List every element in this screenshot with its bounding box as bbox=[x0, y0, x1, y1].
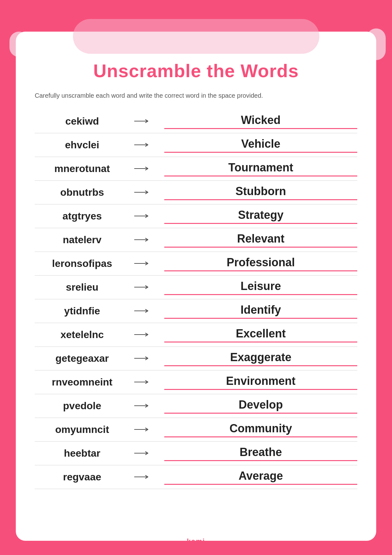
arrow-cell bbox=[130, 425, 155, 435]
arrow-cell bbox=[130, 377, 155, 387]
table-row: omyumncit Community bbox=[35, 418, 357, 442]
answer-cell: Develop bbox=[164, 398, 357, 414]
arrow-cell bbox=[130, 401, 155, 411]
date-line[interactable] bbox=[310, 11, 373, 12]
answer-cell: Leisure bbox=[164, 280, 357, 295]
answer-word: Environment bbox=[226, 374, 295, 387]
answer-cell: Strategy bbox=[164, 208, 357, 224]
scrambled-word: regvaae bbox=[35, 471, 130, 483]
arrow-icon bbox=[134, 189, 150, 195]
scrambled-word: xetelelnc bbox=[35, 329, 130, 341]
answer-word: Strategy bbox=[238, 208, 283, 221]
arrow-icon bbox=[134, 331, 150, 338]
answer-word: Professional bbox=[226, 256, 295, 269]
answer-cell: Relevant bbox=[164, 232, 357, 248]
answer-cell: Tournament bbox=[164, 161, 357, 176]
arrow-icon bbox=[134, 426, 150, 433]
arrow-icon bbox=[134, 403, 150, 409]
table-row: ehvclei Vehicle bbox=[35, 133, 357, 157]
name-label: Name: bbox=[19, 8, 36, 15]
answer-cell: Vehicle bbox=[164, 137, 357, 153]
answer-cell: Average bbox=[164, 469, 357, 485]
arrow-cell bbox=[130, 116, 155, 126]
arrow-icon bbox=[134, 355, 150, 361]
answer-word: Exaggerate bbox=[230, 351, 291, 364]
answer-word: Tournament bbox=[228, 161, 293, 174]
brand-name: kami bbox=[187, 537, 205, 545]
scrambled-word: omyumncit bbox=[35, 424, 130, 435]
arrow-cell bbox=[130, 282, 155, 293]
arrow-cell bbox=[130, 188, 155, 198]
footer-brand: kami bbox=[187, 537, 205, 546]
answer-word: Breathe bbox=[239, 446, 282, 459]
scrambled-word: pvedole bbox=[35, 400, 130, 412]
arrow-icon bbox=[134, 118, 150, 124]
table-row: rnveomneint Environment bbox=[35, 371, 357, 394]
arrow-cell bbox=[130, 211, 155, 221]
words-table: cekiwd Wicked ehvclei Vehicle bbox=[35, 110, 357, 489]
scrambled-word: atgtryes bbox=[35, 210, 130, 222]
top-bar: Name: Date: bbox=[19, 8, 373, 15]
name-line[interactable] bbox=[38, 11, 146, 12]
arrow-icon bbox=[134, 213, 150, 219]
answer-word: Relevant bbox=[237, 232, 284, 245]
arrow-cell bbox=[130, 140, 155, 150]
answer-word: Identify bbox=[240, 303, 281, 316]
table-row: getegeaxar Exaggerate bbox=[35, 347, 357, 371]
arrow-icon bbox=[134, 260, 150, 267]
arrow-cell bbox=[130, 259, 155, 269]
table-row: leronsofipas Professional bbox=[35, 252, 357, 276]
scrambled-word: heebtar bbox=[35, 447, 130, 459]
table-row: ytidnfie Identify bbox=[35, 299, 357, 323]
arrow-cell bbox=[130, 306, 155, 316]
arrow-cell bbox=[130, 330, 155, 340]
date-label: Date: bbox=[294, 8, 308, 15]
instruction-text: Carefully unscramble each word and write… bbox=[35, 91, 357, 100]
page-title: Unscramble the Words bbox=[35, 60, 357, 81]
page-container: Name: Date: Unscramble the Words Careful… bbox=[0, 0, 392, 555]
scrambled-word: leronsofipas bbox=[35, 258, 130, 269]
header-bg-shape bbox=[73, 19, 319, 54]
answer-word: Average bbox=[238, 469, 283, 482]
table-row: obnutrbs Stubborn bbox=[35, 181, 357, 205]
arrow-icon bbox=[134, 142, 150, 148]
name-field: Name: bbox=[19, 8, 146, 15]
scrambled-word: srelieu bbox=[35, 281, 130, 293]
scrambled-word: ytidnfie bbox=[35, 305, 130, 317]
arrow-icon bbox=[134, 284, 150, 290]
arrow-icon bbox=[134, 474, 150, 480]
table-row: pvedole Develop bbox=[35, 394, 357, 418]
date-field: Date: bbox=[294, 8, 373, 15]
answer-cell: Community bbox=[164, 422, 357, 437]
answer-cell: Wicked bbox=[164, 114, 357, 129]
title-area: Unscramble the Words bbox=[35, 54, 357, 81]
answer-word: Wicked bbox=[241, 114, 281, 126]
answer-word: Excellent bbox=[236, 327, 286, 340]
arrow-cell bbox=[130, 235, 155, 245]
arrow-icon bbox=[134, 165, 150, 172]
table-row: atgtryes Strategy bbox=[35, 205, 357, 228]
table-row: regvaae Average bbox=[35, 466, 357, 489]
scrambled-word: getegeaxar bbox=[35, 353, 130, 364]
arrow-cell bbox=[130, 164, 155, 174]
table-row: cekiwd Wicked bbox=[35, 110, 357, 133]
arrow-icon bbox=[134, 379, 150, 385]
answer-cell: Exaggerate bbox=[164, 351, 357, 366]
answer-cell: Identify bbox=[164, 303, 357, 319]
scrambled-word: mnerotunat bbox=[35, 163, 130, 175]
main-card: Unscramble the Words Carefully unscrambl… bbox=[16, 32, 376, 541]
answer-word: Vehicle bbox=[241, 137, 280, 150]
answer-word: Leisure bbox=[240, 280, 281, 293]
answer-word: Develop bbox=[238, 398, 283, 411]
table-row: heebtar Breathe bbox=[35, 442, 357, 466]
answer-cell: Professional bbox=[164, 256, 357, 271]
arrow-icon bbox=[134, 237, 150, 243]
scrambled-word: obnutrbs bbox=[35, 187, 130, 198]
scrambled-word: ehvclei bbox=[35, 139, 130, 151]
answer-cell: Stubborn bbox=[164, 185, 357, 200]
arrow-cell bbox=[130, 354, 155, 364]
table-row: xetelelnc Excellent bbox=[35, 323, 357, 347]
arrow-cell bbox=[130, 472, 155, 482]
answer-word: Community bbox=[230, 422, 292, 435]
table-row: srelieu Leisure bbox=[35, 276, 357, 299]
